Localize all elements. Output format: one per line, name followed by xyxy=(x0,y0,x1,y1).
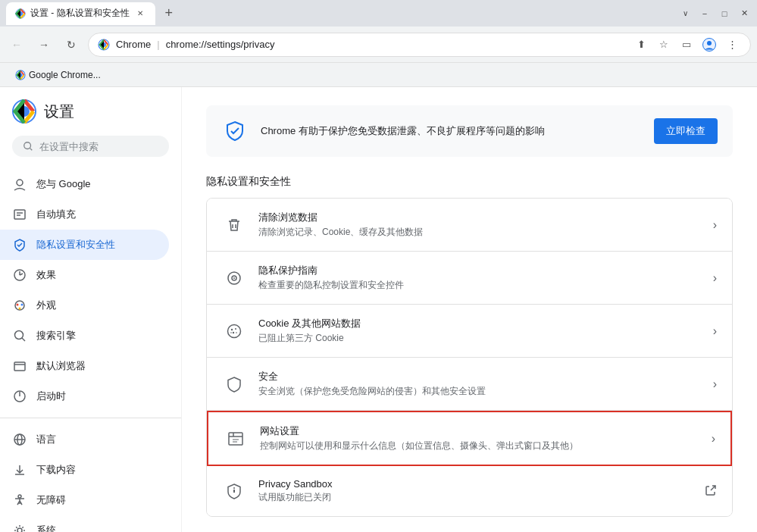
privacy-guide-desc: 检查重要的隐私控制设置和安全控件 xyxy=(258,279,701,292)
safety-check-button[interactable]: 立即检查 xyxy=(654,118,718,144)
tab-title: 设置 - 隐私设置和安全性 xyxy=(30,7,130,20)
sidebar-item-label-search: 搜索引擎 xyxy=(36,329,76,343)
clear-browsing-text: 清除浏览数据 清除浏览记录、Cookie、缓存及其他数据 xyxy=(258,211,701,239)
svg-line-22 xyxy=(22,338,25,341)
sidebar-item-profile[interactable]: 您与 Google xyxy=(0,169,169,199)
settings-item-site-settings[interactable]: 网站设置 控制网站可以使用和显示什么信息（如位置信息、摄像头、弹出式窗口及其他）… xyxy=(207,411,732,466)
reload-button[interactable]: ↻ xyxy=(61,34,82,55)
svg-point-42 xyxy=(233,331,234,333)
svg-point-38 xyxy=(233,277,235,279)
sidebar-item-performance[interactable]: 效果 xyxy=(0,260,169,290)
sidebar-item-label-appearance: 外观 xyxy=(36,299,56,312)
search-bar[interactable] xyxy=(12,136,169,157)
svg-rect-23 xyxy=(14,362,25,371)
tab-close-button[interactable]: ✕ xyxy=(134,8,146,20)
sidebar-item-accessibility[interactable]: 无障碍 xyxy=(0,485,169,515)
sidebar-item-label-downloads: 下载内容 xyxy=(36,463,76,477)
forward-button[interactable]: → xyxy=(33,34,55,55)
privacy-sandbox-text: Privacy Sandbox 试用版功能已关闭 xyxy=(258,478,693,504)
privacy-guide-icon xyxy=(222,266,246,290)
bookmark-label: Google Chrome... xyxy=(29,70,101,80)
chrome-favicon-icon xyxy=(15,8,26,19)
default-browser-nav-icon xyxy=(12,358,27,374)
sidebar-item-autofill[interactable]: 自动填充 xyxy=(0,199,169,230)
autofill-nav-icon xyxy=(12,207,27,222)
svg-rect-13 xyxy=(14,210,25,219)
downloads-nav-icon xyxy=(12,462,27,477)
site-settings-title: 网站设置 xyxy=(260,424,699,438)
settings-item-security[interactable]: 安全 安全浏览（保护您免受危险网站的侵害）和其他安全设置 › xyxy=(207,358,732,411)
accessibility-nav-icon xyxy=(12,493,27,508)
titlebar: 设置 - 隐私设置和安全性 ✕ + ∨ − □ ✕ xyxy=(0,0,757,27)
section-title: 隐私设置和安全性 xyxy=(206,175,733,189)
sidebar-item-label-startup: 启动时 xyxy=(36,390,66,403)
sidebar-item-default-browser[interactable]: 默认浏览器 xyxy=(0,351,169,381)
content-inner: Chrome 有助于保护您免受数据泄露、不良扩展程序等问题的影响 立即检查 隐私… xyxy=(182,87,757,532)
appearance-nav-icon xyxy=(12,298,27,313)
bookmark-chrome-icon xyxy=(15,70,26,80)
addressbar: ← → ↻ Chrome | chrome://settings/privacy… xyxy=(0,27,757,63)
cookies-text: Cookie 及其他网站数据 已阻止第三方 Cookie xyxy=(258,317,701,345)
close-button[interactable]: ✕ xyxy=(737,7,751,20)
new-tab-button[interactable]: + xyxy=(158,3,180,24)
system-nav-icon xyxy=(12,523,27,532)
search-input[interactable] xyxy=(39,141,158,152)
address-separator: | xyxy=(157,39,159,50)
svg-point-19 xyxy=(21,304,23,306)
bookmarks-bar: Google Chrome... xyxy=(0,63,757,87)
sidebar-item-search[interactable]: 搜索引擎 xyxy=(0,321,169,351)
privacy-sandbox-icon xyxy=(222,479,246,503)
security-arrow: › xyxy=(713,377,717,391)
security-text: 安全 安全浏览（保护您免受危险网站的侵害）和其他安全设置 xyxy=(258,370,701,398)
split-view-icon[interactable]: ▭ xyxy=(677,36,696,54)
address-brand: Chrome xyxy=(116,39,151,50)
sidebar-header: 设置 xyxy=(0,99,181,136)
security-title: 安全 xyxy=(258,370,701,383)
active-tab[interactable]: 设置 - 隐私设置和安全性 ✕ xyxy=(6,2,155,25)
address-url: chrome://settings/privacy xyxy=(166,39,626,50)
chrome-logo-icon xyxy=(12,99,36,124)
cookies-icon xyxy=(222,319,246,343)
svg-point-18 xyxy=(17,304,19,306)
privacy-guide-title: 隐私保护指南 xyxy=(258,264,701,277)
language-nav-icon xyxy=(12,432,27,447)
sidebar-item-label-default-browser: 默认浏览器 xyxy=(36,359,86,373)
bookmark-icon[interactable]: ☆ xyxy=(655,36,673,54)
bookmark-item-google-chrome[interactable]: Google Chrome... xyxy=(9,67,107,83)
sidebar-item-label-system: 系统 xyxy=(36,524,56,532)
window-controls: ∨ − □ ✕ xyxy=(678,7,751,20)
privacy-sandbox-desc: 试用版功能已关闭 xyxy=(258,491,693,504)
account-icon xyxy=(702,38,716,52)
profile-icon[interactable] xyxy=(700,36,718,54)
svg-point-41 xyxy=(235,328,236,330)
sidebar-item-privacy[interactable]: 隐私设置和安全性 xyxy=(0,230,169,260)
svg-line-52 xyxy=(711,486,715,490)
cookies-desc: 已阻止第三方 Cookie xyxy=(258,332,701,345)
sidebar-item-downloads[interactable]: 下载内容 xyxy=(0,455,169,485)
share-icon[interactable]: ⬆ xyxy=(632,36,650,54)
settings-list: 清除浏览数据 清除浏览记录、Cookie、缓存及其他数据 › xyxy=(206,198,733,517)
settings-item-clear-browsing[interactable]: 清除浏览数据 清除浏览记录、Cookie、缓存及其他数据 › xyxy=(207,199,732,252)
minimize-button[interactable]: − xyxy=(698,7,712,20)
site-settings-desc: 控制网站可以使用和显示什么信息（如位置信息、摄像头、弹出式窗口及其他） xyxy=(260,440,699,452)
address-bar-container[interactable]: Chrome | chrome://settings/privacy ⬆ ☆ ▭… xyxy=(88,33,751,57)
sidebar-item-language[interactable]: 语言 xyxy=(0,424,169,455)
window-chevron-button[interactable]: ∨ xyxy=(678,7,692,20)
site-settings-text: 网站设置 控制网站可以使用和显示什么信息（如位置信息、摄像头、弹出式窗口及其他） xyxy=(260,424,699,452)
back-button[interactable]: ← xyxy=(6,34,27,55)
sidebar-item-label-autofill: 自动填充 xyxy=(36,208,76,221)
sidebar-item-startup[interactable]: 启动时 xyxy=(0,381,169,412)
settings-item-privacy-guide[interactable]: 隐私保护指南 检查重要的隐私控制设置和安全控件 › xyxy=(207,252,732,305)
svg-point-31 xyxy=(18,495,21,498)
svg-point-33 xyxy=(17,528,22,532)
more-menu-icon[interactable]: ⋮ xyxy=(723,36,741,54)
settings-item-cookies[interactable]: Cookie 及其他网站数据 已阻止第三方 Cookie › xyxy=(207,305,732,358)
maximize-button[interactable]: □ xyxy=(718,7,731,20)
svg-line-11 xyxy=(30,149,33,151)
svg-point-21 xyxy=(15,331,23,340)
sidebar-item-system[interactable]: 系统 xyxy=(0,515,169,532)
sidebar-item-label-privacy: 隐私设置和安全性 xyxy=(36,238,115,252)
settings-item-privacy-sandbox[interactable]: Privacy Sandbox 试用版功能已关闭 xyxy=(207,466,732,516)
svg-point-44 xyxy=(230,332,232,333)
sidebar-item-appearance[interactable]: 外观 xyxy=(0,290,169,321)
